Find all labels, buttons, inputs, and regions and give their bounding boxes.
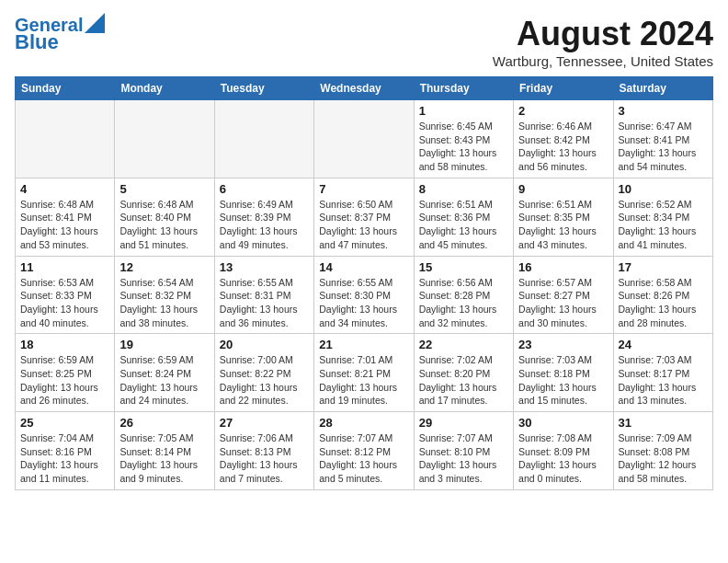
calendar-cell: 14Sunrise: 6:55 AM Sunset: 8:30 PM Dayli… xyxy=(314,256,414,334)
day-number: 19 xyxy=(119,338,209,351)
day-info: Sunrise: 7:03 AM Sunset: 8:17 PM Dayligh… xyxy=(619,353,708,408)
day-info: Sunrise: 6:46 AM Sunset: 8:42 PM Dayligh… xyxy=(518,120,608,174)
day-number: 11 xyxy=(20,260,109,274)
day-info: Sunrise: 6:45 AM Sunset: 8:43 PM Dayligh… xyxy=(419,120,508,174)
svg-marker-0 xyxy=(85,13,105,33)
calendar-cell: 25Sunrise: 7:04 AM Sunset: 8:16 PM Dayli… xyxy=(16,412,115,490)
calendar-cell: 27Sunrise: 7:06 AM Sunset: 8:13 PM Dayli… xyxy=(214,412,313,490)
day-number: 15 xyxy=(419,260,508,274)
day-number: 5 xyxy=(119,182,209,196)
header-row: SundayMondayTuesdayWednesdayThursdayFrid… xyxy=(16,77,713,100)
weekday-header: Monday xyxy=(115,77,214,100)
week-row: 18Sunrise: 6:59 AM Sunset: 8:25 PM Dayli… xyxy=(16,334,713,412)
day-number: 22 xyxy=(419,338,508,351)
calendar-cell: 1Sunrise: 6:45 AM Sunset: 8:43 PM Daylig… xyxy=(414,100,513,178)
day-number: 28 xyxy=(319,416,408,430)
day-info: Sunrise: 7:02 AM Sunset: 8:20 PM Dayligh… xyxy=(419,353,508,408)
calendar-cell: 10Sunrise: 6:52 AM Sunset: 8:34 PM Dayli… xyxy=(613,178,712,256)
day-number: 31 xyxy=(619,416,708,430)
calendar-cell xyxy=(16,100,115,178)
day-number: 1 xyxy=(419,104,508,118)
logo: General Blue xyxy=(15,15,105,53)
day-info: Sunrise: 6:52 AM Sunset: 8:34 PM Dayligh… xyxy=(619,198,708,252)
calendar-cell: 21Sunrise: 7:01 AM Sunset: 8:21 PM Dayli… xyxy=(314,334,414,412)
logo-icon xyxy=(85,13,105,33)
calendar-cell: 31Sunrise: 7:09 AM Sunset: 8:08 PM Dayli… xyxy=(613,412,712,490)
day-number: 4 xyxy=(20,182,109,196)
calendar-cell: 8Sunrise: 6:51 AM Sunset: 8:36 PM Daylig… xyxy=(414,178,513,256)
calendar-cell xyxy=(214,100,313,178)
calendar-cell: 20Sunrise: 7:00 AM Sunset: 8:22 PM Dayli… xyxy=(214,334,313,412)
day-info: Sunrise: 7:07 AM Sunset: 8:10 PM Dayligh… xyxy=(419,431,508,486)
day-info: Sunrise: 6:51 AM Sunset: 8:36 PM Dayligh… xyxy=(419,198,508,252)
day-info: Sunrise: 6:49 AM Sunset: 8:39 PM Dayligh… xyxy=(220,198,309,252)
day-number: 7 xyxy=(319,182,408,196)
calendar-cell: 24Sunrise: 7:03 AM Sunset: 8:17 PM Dayli… xyxy=(613,334,712,412)
day-number: 2 xyxy=(518,104,608,118)
calendar-table: SundayMondayTuesdayWednesdayThursdayFrid… xyxy=(15,76,713,490)
page-header: General Blue August 2024 Wartburg, Tenne… xyxy=(15,15,713,69)
calendar-cell: 28Sunrise: 7:07 AM Sunset: 8:12 PM Dayli… xyxy=(314,412,414,490)
calendar-cell: 7Sunrise: 6:50 AM Sunset: 8:37 PM Daylig… xyxy=(314,178,414,256)
day-info: Sunrise: 6:53 AM Sunset: 8:33 PM Dayligh… xyxy=(20,276,109,330)
calendar-cell: 16Sunrise: 6:57 AM Sunset: 8:27 PM Dayli… xyxy=(514,256,613,334)
day-info: Sunrise: 7:07 AM Sunset: 8:12 PM Dayligh… xyxy=(319,431,408,486)
day-info: Sunrise: 7:03 AM Sunset: 8:18 PM Dayligh… xyxy=(518,353,608,408)
day-number: 14 xyxy=(319,260,408,274)
day-info: Sunrise: 6:47 AM Sunset: 8:41 PM Dayligh… xyxy=(619,120,708,174)
calendar-title: August 2024 xyxy=(493,15,713,53)
day-info: Sunrise: 7:05 AM Sunset: 8:14 PM Dayligh… xyxy=(119,431,209,486)
day-info: Sunrise: 7:06 AM Sunset: 8:13 PM Dayligh… xyxy=(220,431,309,486)
week-row: 25Sunrise: 7:04 AM Sunset: 8:16 PM Dayli… xyxy=(16,412,713,490)
day-info: Sunrise: 6:58 AM Sunset: 8:26 PM Dayligh… xyxy=(619,276,708,330)
day-info: Sunrise: 6:57 AM Sunset: 8:27 PM Dayligh… xyxy=(518,276,608,330)
week-row: 1Sunrise: 6:45 AM Sunset: 8:43 PM Daylig… xyxy=(16,100,713,178)
weekday-header: Thursday xyxy=(414,77,513,100)
day-info: Sunrise: 6:48 AM Sunset: 8:41 PM Dayligh… xyxy=(20,198,109,252)
day-number: 12 xyxy=(119,260,209,274)
calendar-cell xyxy=(115,100,214,178)
day-info: Sunrise: 7:04 AM Sunset: 8:16 PM Dayligh… xyxy=(20,431,109,486)
day-info: Sunrise: 7:08 AM Sunset: 8:09 PM Dayligh… xyxy=(518,431,608,486)
day-number: 30 xyxy=(518,416,608,430)
calendar-cell xyxy=(314,100,414,178)
day-number: 21 xyxy=(319,338,408,351)
day-info: Sunrise: 6:55 AM Sunset: 8:31 PM Dayligh… xyxy=(220,276,309,330)
calendar-cell: 18Sunrise: 6:59 AM Sunset: 8:25 PM Dayli… xyxy=(16,334,115,412)
day-number: 27 xyxy=(220,416,309,430)
calendar-cell: 6Sunrise: 6:49 AM Sunset: 8:39 PM Daylig… xyxy=(214,178,313,256)
day-info: Sunrise: 6:51 AM Sunset: 8:35 PM Dayligh… xyxy=(518,198,608,252)
day-info: Sunrise: 6:59 AM Sunset: 8:25 PM Dayligh… xyxy=(20,353,109,408)
week-row: 11Sunrise: 6:53 AM Sunset: 8:33 PM Dayli… xyxy=(16,256,713,334)
day-number: 24 xyxy=(619,338,708,351)
calendar-cell: 23Sunrise: 7:03 AM Sunset: 8:18 PM Dayli… xyxy=(514,334,613,412)
weekday-header: Tuesday xyxy=(214,77,313,100)
day-number: 8 xyxy=(419,182,508,196)
calendar-cell: 22Sunrise: 7:02 AM Sunset: 8:20 PM Dayli… xyxy=(414,334,513,412)
calendar-cell: 30Sunrise: 7:08 AM Sunset: 8:09 PM Dayli… xyxy=(514,412,613,490)
calendar-cell: 4Sunrise: 6:48 AM Sunset: 8:41 PM Daylig… xyxy=(16,178,115,256)
calendar-cell: 29Sunrise: 7:07 AM Sunset: 8:10 PM Dayli… xyxy=(414,412,513,490)
day-info: Sunrise: 7:01 AM Sunset: 8:21 PM Dayligh… xyxy=(319,353,408,408)
calendar-cell: 9Sunrise: 6:51 AM Sunset: 8:35 PM Daylig… xyxy=(514,178,613,256)
day-info: Sunrise: 6:55 AM Sunset: 8:30 PM Dayligh… xyxy=(319,276,408,330)
calendar-cell: 11Sunrise: 6:53 AM Sunset: 8:33 PM Dayli… xyxy=(16,256,115,334)
day-number: 18 xyxy=(20,338,109,351)
day-number: 16 xyxy=(518,260,608,274)
calendar-cell: 5Sunrise: 6:48 AM Sunset: 8:40 PM Daylig… xyxy=(115,178,214,256)
calendar-cell: 2Sunrise: 6:46 AM Sunset: 8:42 PM Daylig… xyxy=(514,100,613,178)
calendar-cell: 12Sunrise: 6:54 AM Sunset: 8:32 PM Dayli… xyxy=(115,256,214,334)
calendar-cell: 26Sunrise: 7:05 AM Sunset: 8:14 PM Dayli… xyxy=(115,412,214,490)
weekday-header: Saturday xyxy=(613,77,712,100)
day-info: Sunrise: 6:54 AM Sunset: 8:32 PM Dayligh… xyxy=(119,276,209,330)
day-info: Sunrise: 6:56 AM Sunset: 8:28 PM Dayligh… xyxy=(419,276,508,330)
day-info: Sunrise: 6:59 AM Sunset: 8:24 PM Dayligh… xyxy=(119,353,209,408)
day-info: Sunrise: 6:50 AM Sunset: 8:37 PM Dayligh… xyxy=(319,198,408,252)
day-number: 6 xyxy=(220,182,309,196)
weekday-header: Wednesday xyxy=(314,77,414,100)
day-number: 26 xyxy=(119,416,209,430)
calendar-cell: 13Sunrise: 6:55 AM Sunset: 8:31 PM Dayli… xyxy=(214,256,313,334)
day-number: 3 xyxy=(619,104,708,118)
calendar-cell: 15Sunrise: 6:56 AM Sunset: 8:28 PM Dayli… xyxy=(414,256,513,334)
day-info: Sunrise: 7:00 AM Sunset: 8:22 PM Dayligh… xyxy=(220,353,309,408)
